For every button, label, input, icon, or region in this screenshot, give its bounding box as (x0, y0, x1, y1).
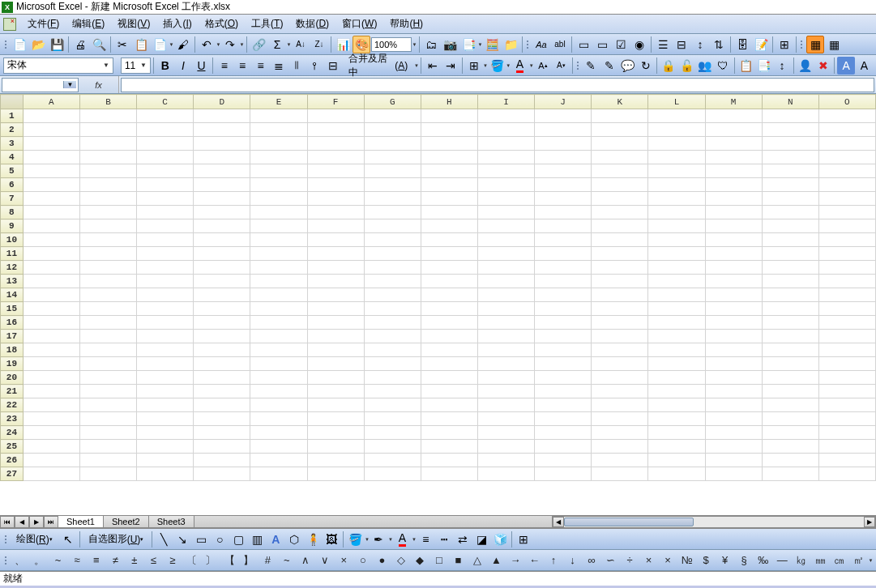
cell-O24[interactable] (818, 426, 875, 440)
cell-I8[interactable] (477, 206, 534, 219)
autosum-button[interactable]: Σ (268, 36, 286, 53)
cell-A23[interactable] (23, 412, 79, 426)
cell-L27[interactable] (648, 467, 705, 481)
cell-L3[interactable] (648, 137, 705, 151)
cell-I21[interactable] (477, 385, 534, 398)
cell-K16[interactable] (592, 316, 648, 330)
cell-G15[interactable] (364, 302, 421, 316)
cell-C15[interactable] (137, 302, 194, 316)
cell-B1[interactable] (79, 109, 136, 123)
cell-D18[interactable] (194, 343, 250, 357)
cell-J20[interactable] (535, 371, 592, 385)
cell-K1[interactable] (592, 109, 648, 123)
cell-C4[interactable] (137, 151, 194, 164)
cell-C22[interactable] (137, 398, 194, 412)
cell-N3[interactable] (762, 137, 818, 151)
borders-button[interactable]: ⊞ (465, 57, 482, 75)
cell-K10[interactable] (592, 233, 648, 247)
hscroll-thumb[interactable] (564, 518, 694, 526)
cell-L11[interactable] (648, 247, 705, 261)
cell-O11[interactable] (818, 247, 875, 261)
cell-D20[interactable] (194, 371, 250, 385)
cell-D23[interactable] (194, 412, 250, 426)
cell-M6[interactable] (705, 178, 762, 192)
sheet-nav-next[interactable]: ▶ (29, 516, 44, 528)
symbol-28[interactable]: ↑ (545, 552, 562, 569)
symbol-37[interactable]: ¥ (716, 552, 734, 569)
cut-button[interactable]: ✂ (113, 36, 131, 53)
cell-K22[interactable] (592, 398, 648, 412)
cell-N16[interactable] (762, 316, 818, 330)
cell-O9[interactable] (818, 219, 875, 233)
row-header-24[interactable]: 24 (1, 426, 24, 440)
row-header-6[interactable]: 6 (1, 178, 24, 192)
textbox-abl-button[interactable]: abl (551, 36, 569, 53)
symbol-36[interactable]: $ (697, 552, 715, 569)
label-aa-button[interactable]: Aa (532, 36, 550, 53)
cell-I7[interactable] (477, 192, 534, 206)
row-header-11[interactable]: 11 (1, 247, 24, 261)
cell-J15[interactable] (535, 302, 592, 316)
toggle-grid-button[interactable]: ⊞ (776, 36, 793, 53)
cell-I18[interactable] (477, 343, 534, 357)
cell-J2[interactable] (535, 123, 592, 137)
extra-button[interactable]: ▦ (825, 36, 843, 53)
select-objects-button[interactable]: ↖ (59, 530, 77, 548)
cell-B16[interactable] (79, 316, 136, 330)
distribute-button[interactable]: ⫴ (288, 57, 306, 75)
misc-button-2[interactable]: 📑 (459, 36, 477, 53)
fill-color-button[interactable]: 🪣 (488, 57, 505, 75)
track-button-5[interactable]: ✖ (814, 57, 831, 75)
cell-E23[interactable] (250, 412, 307, 426)
cell-H16[interactable] (421, 316, 477, 330)
cell-H3[interactable] (421, 137, 477, 151)
cell-A5[interactable] (23, 164, 79, 178)
symbol-0[interactable]: 、 (11, 552, 29, 569)
decrease-indent-button[interactable]: ⇤ (424, 57, 441, 75)
cell-B18[interactable] (79, 343, 136, 357)
cell-C9[interactable] (137, 219, 194, 233)
cell-J17[interactable] (535, 330, 592, 343)
bold-button[interactable]: B (156, 57, 173, 75)
clipart-button[interactable]: 🧍 (304, 530, 322, 548)
symbol-18[interactable]: ○ (354, 552, 372, 569)
cell-F25[interactable] (307, 440, 364, 454)
cell-O23[interactable] (818, 412, 875, 426)
cell-J9[interactable] (535, 219, 592, 233)
track-button-2[interactable]: 📑 (755, 57, 772, 75)
cell-B17[interactable] (79, 330, 136, 343)
col-header-I[interactable]: I (477, 95, 534, 109)
cell-A11[interactable] (23, 247, 79, 261)
cell-K14[interactable] (592, 288, 648, 302)
align-middle-button[interactable]: ⊟ (324, 57, 341, 75)
cell-C16[interactable] (137, 316, 194, 330)
symbol-25[interactable]: ▲ (488, 552, 506, 569)
cell-G26[interactable] (364, 454, 421, 467)
cell-O27[interactable] (818, 467, 875, 481)
print-button[interactable]: 🖨 (71, 36, 89, 53)
cell-E12[interactable] (250, 261, 307, 275)
cell-N14[interactable] (762, 288, 818, 302)
row-header-7[interactable]: 7 (1, 192, 24, 206)
cell-N5[interactable] (762, 164, 818, 178)
arrow-button[interactable]: ↘ (173, 530, 191, 548)
menu-window[interactable]: 窗口(W) (335, 15, 383, 32)
cell-E18[interactable] (250, 343, 307, 357)
cell-E25[interactable] (250, 440, 307, 454)
cell-G8[interactable] (364, 206, 421, 219)
cell-D22[interactable] (194, 398, 250, 412)
cell-A19[interactable] (23, 357, 79, 371)
symbol-21[interactable]: ◆ (412, 552, 429, 569)
symbol-26[interactable]: → (506, 552, 524, 569)
symbol-1[interactable]: 。 (30, 552, 48, 569)
symbol-34[interactable]: × (659, 552, 677, 569)
cell-B3[interactable] (79, 137, 136, 151)
cell-E22[interactable] (250, 398, 307, 412)
borders-dropdown[interactable]: ▼ (483, 57, 487, 75)
menu-file[interactable]: 文件(F) (21, 15, 66, 32)
cell-D24[interactable] (194, 426, 250, 440)
menu-format[interactable]: 格式(O) (199, 15, 245, 32)
fill-color-draw-button[interactable]: 🪣 (346, 530, 364, 548)
name-box[interactable]: ▼ (2, 78, 79, 92)
fontcolor-dropdown[interactable]: ▼ (529, 57, 533, 75)
